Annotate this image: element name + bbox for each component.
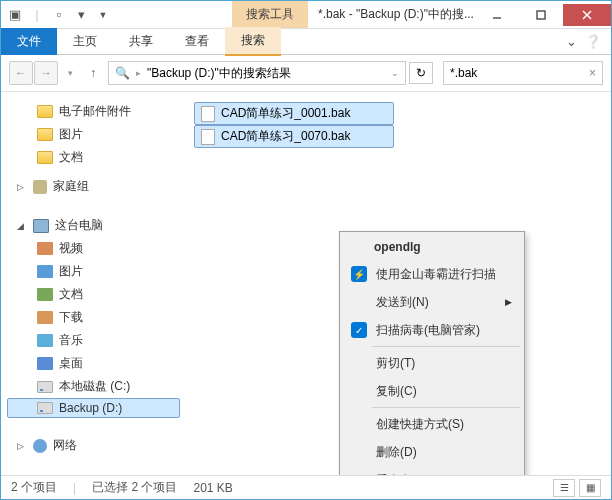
qat-newfolder[interactable]: ▾: [71, 5, 91, 25]
maximize-button[interactable]: [519, 4, 563, 26]
menu-separator: [372, 346, 520, 347]
shield-icon: ⚡: [351, 266, 367, 282]
navbar: ← → ▾ ↑ 🔍 ▸ "Backup (D:)"中的搜索结果 ⌄ ↻ *.ba…: [1, 55, 611, 92]
check-icon: ✓: [351, 322, 367, 338]
menu-item-cut[interactable]: 剪切(T): [342, 349, 522, 377]
tab-search[interactable]: 搜索: [225, 27, 281, 56]
search-text: *.bak: [450, 66, 477, 80]
network-icon: [33, 439, 47, 453]
view-icons-button[interactable]: ▦: [579, 479, 601, 497]
address-text: "Backup (D:)"中的搜索结果: [147, 65, 291, 82]
status-size: 201 KB: [193, 481, 232, 495]
documents-icon: [37, 288, 53, 301]
view-details-button[interactable]: ☰: [553, 479, 575, 497]
sidebar-homegroup[interactable]: ▷家庭组: [7, 175, 180, 198]
menu-item-shortcut[interactable]: 创建快捷方式(S): [342, 410, 522, 438]
file-name: CAD简单练习_0001.bak: [221, 105, 350, 122]
sidebar: 电子邮件附件 图片 文档 ▷家庭组 ◢这台电脑 视频 图片 文档 下载 音乐 桌…: [1, 92, 186, 475]
menu-item-label: 复制(C): [376, 383, 417, 400]
minimize-button[interactable]: [475, 4, 519, 26]
sidebar-item-music[interactable]: 音乐: [7, 329, 180, 352]
qat: ▣ | ▫ ▾ ▼: [1, 5, 117, 25]
sidebar-item-drive-c[interactable]: 本地磁盘 (C:): [7, 375, 180, 398]
window-title: *.bak - "Backup (D:)"中的搜...: [308, 6, 475, 23]
search-icon: 🔍: [115, 66, 130, 80]
tab-view[interactable]: 查看: [169, 28, 225, 55]
menu-item-label: 删除(D): [376, 444, 417, 461]
pc-icon: [33, 219, 49, 233]
up-button[interactable]: ↑: [82, 62, 104, 84]
sidebar-item-label: 电子邮件附件: [59, 103, 131, 120]
menu-item-label: 重命名(M): [376, 472, 430, 476]
sidebar-network[interactable]: ▷网络: [7, 434, 180, 457]
address-dropdown-icon[interactable]: ⌄: [391, 68, 399, 78]
homegroup-icon: [33, 180, 47, 194]
menu-item-label: 创建快捷方式(S): [376, 416, 464, 433]
sidebar-item-label: 这台电脑: [55, 217, 103, 234]
sidebar-item-desktop[interactable]: 桌面: [7, 352, 180, 375]
sidebar-item-pictures[interactable]: 图片: [7, 123, 180, 146]
sidebar-item-label: 本地磁盘 (C:): [59, 378, 130, 395]
qat-properties[interactable]: ▫: [49, 5, 69, 25]
menu-item-sendto[interactable]: 发送到(N)▶: [342, 288, 522, 316]
qat-dropdown[interactable]: ▼: [93, 5, 113, 25]
sidebar-item-label: 网络: [53, 437, 77, 454]
sidebar-item-email[interactable]: 电子邮件附件: [7, 100, 180, 123]
sidebar-item-label: 音乐: [59, 332, 83, 349]
breadcrumb-sep: ▸: [136, 68, 141, 78]
clear-search-icon[interactable]: ×: [589, 66, 596, 80]
file-name: CAD简单练习_0070.bak: [221, 128, 350, 145]
drive-icon: [37, 402, 53, 414]
search-input[interactable]: *.bak ×: [443, 61, 603, 85]
menu-item-label: 剪切(T): [376, 355, 415, 372]
folder-icon: [37, 128, 53, 141]
sidebar-item-drive-d[interactable]: Backup (D:): [7, 398, 180, 418]
tab-home[interactable]: 主页: [57, 28, 113, 55]
menu-item-label: 扫描病毒(电脑管家): [376, 322, 480, 339]
status-sep: |: [73, 481, 76, 495]
music-icon: [37, 334, 53, 347]
back-button[interactable]: ←: [9, 61, 33, 85]
menu-header: opendlg: [342, 234, 522, 260]
chevron-right-icon: ▷: [17, 441, 27, 451]
menu-item-scan-virus[interactable]: ✓扫描病毒(电脑管家): [342, 316, 522, 344]
menu-item-rename[interactable]: 重命名(M): [342, 466, 522, 475]
address-bar[interactable]: 🔍 ▸ "Backup (D:)"中的搜索结果 ⌄: [108, 61, 406, 85]
menu-item-copy[interactable]: 复制(C): [342, 377, 522, 405]
status-selected: 已选择 2 个项目: [92, 479, 177, 496]
close-button[interactable]: [563, 4, 611, 26]
menu-item-delete[interactable]: 删除(D): [342, 438, 522, 466]
chevron-down-icon: ◢: [17, 221, 27, 231]
menu-item-label: 发送到(N): [376, 294, 429, 311]
menu-item-label: 使用金山毒霸进行扫描: [376, 266, 496, 283]
app-icon: ▣: [5, 5, 25, 25]
history-dropdown[interactable]: ▾: [62, 61, 78, 85]
file-item[interactable]: CAD简单练习_0070.bak: [194, 125, 394, 148]
sidebar-this-pc[interactable]: ◢这台电脑: [7, 214, 180, 237]
file-item[interactable]: CAD简单练习_0001.bak: [194, 102, 394, 125]
chevron-right-icon: ▷: [17, 182, 27, 192]
sidebar-item-label: 文档: [59, 149, 83, 166]
help-icon[interactable]: ❔: [585, 34, 601, 49]
sidebar-item-docs[interactable]: 文档: [7, 283, 180, 306]
sidebar-item-pics[interactable]: 图片: [7, 260, 180, 283]
tab-file[interactable]: 文件: [1, 28, 57, 55]
refresh-button[interactable]: ↻: [409, 62, 433, 84]
sidebar-item-label: 桌面: [59, 355, 83, 372]
folder-icon: [37, 151, 53, 164]
sidebar-item-downloads[interactable]: 下载: [7, 306, 180, 329]
submenu-arrow-icon: ▶: [505, 297, 512, 307]
window-controls: [475, 4, 611, 26]
sidebar-item-videos[interactable]: 视频: [7, 237, 180, 260]
sidebar-item-label: 家庭组: [53, 178, 89, 195]
tab-share[interactable]: 共享: [113, 28, 169, 55]
sidebar-item-label: 图片: [59, 126, 83, 143]
desktop-icon: [37, 357, 53, 370]
sidebar-item-documents[interactable]: 文档: [7, 146, 180, 169]
statusbar: 2 个项目 | 已选择 2 个项目 201 KB ☰ ▦: [1, 475, 611, 499]
contextual-tab-label: 搜索工具: [232, 1, 308, 28]
ribbon-expand-icon[interactable]: ⌄: [566, 34, 577, 49]
context-menu: opendlg ⚡使用金山毒霸进行扫描 发送到(N)▶ ✓扫描病毒(电脑管家) …: [339, 231, 525, 475]
forward-button[interactable]: →: [34, 61, 58, 85]
menu-item-scan-kingsoft[interactable]: ⚡使用金山毒霸进行扫描: [342, 260, 522, 288]
